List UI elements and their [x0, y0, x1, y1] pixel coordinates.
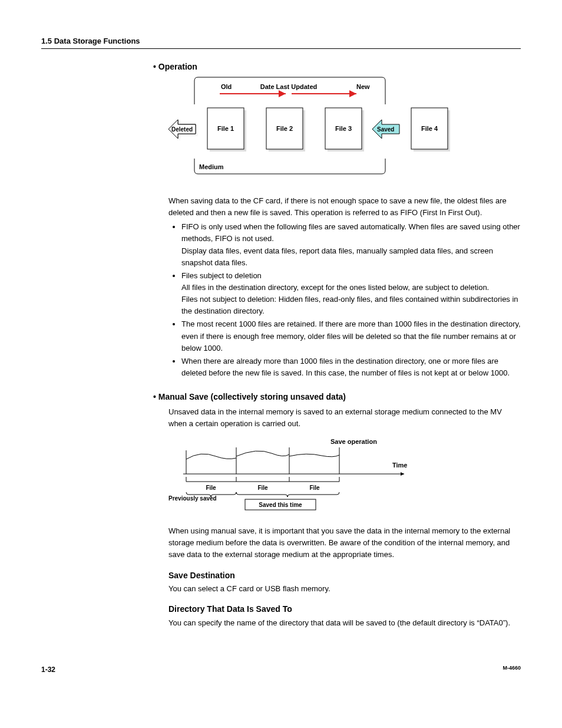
- label-time: Time: [392, 462, 407, 469]
- operation-bullet-list: FIFO is only used when the following fil…: [168, 221, 521, 379]
- manual-save-heading: Manual Save (collectively storing unsave…: [153, 391, 521, 404]
- label-medium: Medium: [199, 163, 224, 170]
- label-file4: File 4: [421, 125, 438, 132]
- label-save-operation: Save operation: [330, 438, 377, 445]
- bullet-text: When there are already more than 1000 fi…: [181, 357, 510, 377]
- manual-save-intro: Unsaved data in the internal memory is s…: [168, 406, 521, 430]
- label-previously-saved: Previously saved: [168, 495, 217, 502]
- bullet-text: FIFO is only used when the following fil…: [181, 222, 520, 243]
- label-saved: Saved: [377, 126, 394, 133]
- list-item: FIFO is only used when the following fil…: [181, 221, 521, 269]
- label-date-last-updated: Date Last Updated: [260, 83, 318, 90]
- label-file3: File 3: [335, 125, 352, 132]
- page-header: 1.5 Data Storage Functions: [41, 35, 521, 49]
- save-destination-body: You can select a CF card or USB flash me…: [168, 583, 521, 595]
- page-footer: 1-32 M-4660: [41, 664, 521, 676]
- label-old: Old: [221, 83, 232, 90]
- label-file2: File 2: [276, 125, 293, 132]
- manual-save-note: When using manual save, it is important …: [168, 525, 521, 561]
- label-file-a: File: [206, 485, 216, 491]
- operation-heading: Operation: [153, 61, 521, 74]
- label-deleted: Deleted: [171, 126, 193, 133]
- bullet-text: The most recent 1000 files are retained.…: [181, 319, 521, 352]
- save-destination-heading: Save Destination: [168, 569, 521, 582]
- operation-diagram: Old Date Last Updated New Deleted: [153, 76, 521, 186]
- manual-save-diagram: Save operation Time File File File: [168, 436, 521, 516]
- bracket-top: [194, 77, 385, 81]
- label-file-b: File: [257, 485, 268, 491]
- list-item: The most recent 1000 files are retained.…: [181, 318, 521, 354]
- page-content: Operation Old Date Last Updated New Dele…: [153, 61, 521, 629]
- file1-box: File 1: [207, 108, 246, 151]
- list-item: Files subject to deletion All files in t…: [181, 270, 521, 318]
- file4-box: File 4: [411, 108, 450, 151]
- page-number: 1-32: [41, 664, 55, 676]
- bullet-text: Files subject to deletion: [181, 271, 262, 280]
- file2-box: File 2: [266, 108, 305, 151]
- doc-number: M-4660: [503, 664, 521, 676]
- wave-segment: [289, 454, 339, 457]
- wave-segment: [236, 451, 289, 456]
- label-saved-this-time: Saved this time: [259, 502, 302, 508]
- header-section-title: 1.5 Data Storage Functions: [41, 37, 140, 45]
- bullet-text: Display data files, event data files, re…: [181, 246, 493, 267]
- directory-heading: Directory That Data Is Saved To: [168, 603, 521, 616]
- operation-intro: When saving data to the CF card, if ther…: [168, 195, 521, 219]
- wave-segment: [186, 454, 236, 459]
- directory-body: You can specify the name of the director…: [168, 617, 521, 629]
- bullet-text: Files not subject to deletion: Hidden fi…: [181, 295, 518, 315]
- list-item: When there are already more than 1000 fi…: [181, 355, 521, 379]
- bullet-text: All files in the destination directory, …: [181, 283, 489, 292]
- label-file1: File 1: [217, 125, 234, 132]
- label-new: New: [356, 83, 370, 90]
- label-file-c: File: [309, 485, 320, 491]
- file3-box: File 3: [325, 108, 364, 151]
